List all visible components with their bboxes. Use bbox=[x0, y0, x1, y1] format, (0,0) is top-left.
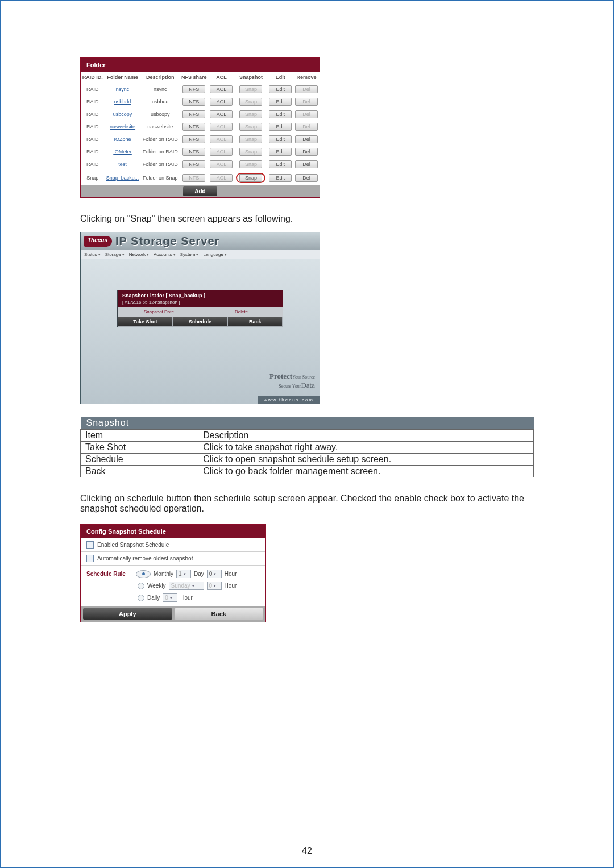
edit-button[interactable]: Edit bbox=[267, 171, 293, 185]
hour-label-2: Hour bbox=[225, 583, 237, 589]
edit-button[interactable]: Edit bbox=[267, 158, 293, 171]
edit-button[interactable]: Edit bbox=[267, 95, 293, 108]
daily-hour-select[interactable]: 0▾ bbox=[163, 593, 177, 602]
edit-button[interactable]: Edit bbox=[267, 83, 293, 95]
hour-label-3: Hour bbox=[180, 595, 193, 601]
nfs-button[interactable]: NFS bbox=[180, 158, 208, 171]
nfs-button[interactable]: NFS bbox=[180, 83, 208, 95]
acl-button[interactable]: ACL bbox=[209, 171, 235, 185]
folder-name-link[interactable]: usbhdd bbox=[105, 95, 141, 108]
daily-label: Daily bbox=[147, 595, 160, 601]
folder-row: RAIDIOZoneFolder on RAIDNFSACLSnapEditDe… bbox=[81, 133, 320, 146]
del-button[interactable]: Del bbox=[293, 83, 320, 95]
monthly-hour-select[interactable]: 0▾ bbox=[207, 570, 222, 578]
folder-name-link[interactable]: nsync bbox=[105, 83, 141, 95]
folder-desc: naswebsite bbox=[141, 121, 180, 133]
nfs-button[interactable]: NFS bbox=[180, 108, 208, 121]
raid-id: RAID bbox=[81, 146, 105, 158]
acl-button[interactable]: ACL bbox=[209, 146, 235, 158]
folder-name-link[interactable]: test bbox=[105, 158, 141, 171]
folder-row: RAIDusbhddusbhddNFSACLSnapEditDel bbox=[81, 95, 320, 108]
snapshot-desc-title: Snapshot bbox=[81, 417, 534, 430]
acl-button[interactable]: ACL bbox=[209, 95, 235, 108]
apply-button[interactable]: Apply bbox=[83, 608, 172, 620]
raid-id: RAID bbox=[81, 158, 105, 171]
desc-row: ScheduleClick to open snapshot schedule … bbox=[81, 454, 534, 466]
edit-button[interactable]: Edit bbox=[267, 121, 293, 133]
folder-name-link[interactable]: IOMeter bbox=[105, 146, 141, 158]
raid-id: RAID bbox=[81, 83, 105, 95]
snap-button[interactable]: Snap bbox=[234, 133, 267, 146]
folder-name-link[interactable]: naswebsite bbox=[105, 121, 141, 133]
folder-col-6: Edit bbox=[267, 72, 293, 83]
take-shot-button[interactable]: Take Shot bbox=[118, 317, 172, 326]
weekly-day-select[interactable]: Sunday▾ bbox=[169, 582, 204, 590]
folder-desc: Folder on RAID bbox=[141, 158, 180, 171]
snapshot-desc-table: Snapshot Item Description Take ShotClick… bbox=[80, 417, 534, 477]
body-text-2: Clicking on schedule button then schedul… bbox=[80, 493, 534, 514]
desc-head-item: Item bbox=[81, 430, 198, 442]
snap-button[interactable]: Snap bbox=[234, 108, 267, 121]
snap-button[interactable]: Snap bbox=[234, 95, 267, 108]
folder-col-7: Remove bbox=[293, 72, 320, 83]
snap-button[interactable]: Snap bbox=[234, 158, 267, 171]
del-button[interactable]: Del bbox=[293, 95, 320, 108]
add-button[interactable]: Add bbox=[183, 186, 217, 196]
radio-weekly[interactable] bbox=[138, 583, 144, 589]
acl-button[interactable]: ACL bbox=[209, 108, 235, 121]
cfg-back-button[interactable]: Back bbox=[175, 608, 264, 620]
enabled-checkbox[interactable] bbox=[86, 541, 94, 549]
ip-menu: StatusStorageNetworkAccountsSystemLangua… bbox=[81, 250, 320, 259]
radio-daily[interactable] bbox=[138, 595, 144, 601]
raid-id: RAID bbox=[81, 133, 105, 146]
del-button[interactable]: Del bbox=[293, 171, 320, 185]
auto-remove-label: Automatically remove oldest snapshot bbox=[97, 555, 193, 562]
back-button[interactable]: Back bbox=[228, 317, 282, 326]
folder-name-link[interactable]: Snap_backu... bbox=[105, 171, 141, 185]
edit-button[interactable]: Edit bbox=[267, 146, 293, 158]
acl-button[interactable]: ACL bbox=[209, 158, 235, 171]
desc-row: BackClick to go back folder management s… bbox=[81, 466, 534, 477]
monthly-day-select[interactable]: 1▾ bbox=[176, 570, 191, 578]
acl-button[interactable]: ACL bbox=[209, 133, 235, 146]
weekly-hour-select[interactable]: 0▾ bbox=[207, 582, 222, 590]
snap-button[interactable]: Snap bbox=[234, 121, 267, 133]
menu-item-storage[interactable]: Storage bbox=[105, 252, 125, 257]
hour-label-1: Hour bbox=[225, 571, 237, 577]
snap-button[interactable]: Snap bbox=[234, 83, 267, 95]
col-snapshot-date: Snapshot Date bbox=[118, 307, 200, 317]
del-button[interactable]: Del bbox=[293, 133, 320, 146]
schedule-button[interactable]: Schedule bbox=[173, 317, 227, 326]
menu-item-system[interactable]: System bbox=[180, 252, 199, 257]
del-button[interactable]: Del bbox=[293, 158, 320, 171]
del-button[interactable]: Del bbox=[293, 146, 320, 158]
nfs-button[interactable]: NFS bbox=[180, 146, 208, 158]
menu-item-status[interactable]: Status bbox=[84, 252, 101, 257]
folder-col-1: Folder Name bbox=[105, 72, 141, 83]
nfs-button[interactable]: NFS bbox=[180, 171, 208, 185]
menu-item-accounts[interactable]: Accounts bbox=[154, 252, 176, 257]
del-button[interactable]: Del bbox=[293, 108, 320, 121]
folder-col-5: Snapshot bbox=[234, 72, 267, 83]
acl-button[interactable]: ACL bbox=[209, 121, 235, 133]
day-label: Day bbox=[194, 571, 204, 577]
snap-button[interactable]: Snap bbox=[234, 171, 267, 185]
folder-panel-title: Folder bbox=[81, 58, 320, 72]
edit-button[interactable]: Edit bbox=[267, 108, 293, 121]
nfs-button[interactable]: NFS bbox=[180, 121, 208, 133]
radio-monthly[interactable] bbox=[136, 570, 151, 578]
nfs-button[interactable]: NFS bbox=[180, 95, 208, 108]
auto-remove-checkbox[interactable] bbox=[86, 555, 94, 562]
desc-row: Take ShotClick to take snapshot right aw… bbox=[81, 442, 534, 454]
edit-button[interactable]: Edit bbox=[267, 133, 293, 146]
desc-item: Take Shot bbox=[81, 442, 198, 454]
acl-button[interactable]: ACL bbox=[209, 83, 235, 95]
nfs-button[interactable]: NFS bbox=[180, 133, 208, 146]
snap-button[interactable]: Snap bbox=[234, 146, 267, 158]
del-button[interactable]: Del bbox=[293, 121, 320, 133]
folder-name-link[interactable]: usbcopy bbox=[105, 108, 141, 121]
folder-row: RAIDIOMeterFolder on RAIDNFSACLSnapEditD… bbox=[81, 146, 320, 158]
menu-item-network[interactable]: Network bbox=[129, 252, 149, 257]
menu-item-language[interactable]: Language bbox=[203, 252, 227, 257]
folder-name-link[interactable]: IOZone bbox=[105, 133, 141, 146]
